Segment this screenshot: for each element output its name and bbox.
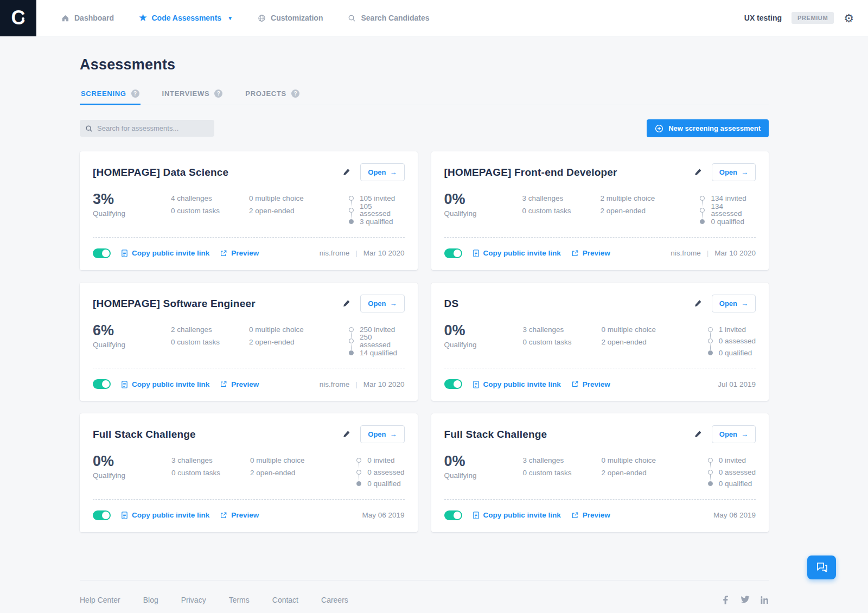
qualifying-percent: 0% — [444, 323, 523, 338]
open-button[interactable]: Open → — [712, 163, 756, 181]
copy-invite-link[interactable]: Copy public invite link — [473, 380, 561, 388]
card-header: [HOMEPAGE] Data Science Open → — [93, 163, 405, 181]
assessment-card: Full Stack Challenge Open → 0% Qualifyin… — [80, 413, 418, 532]
new-screening-assessment-button[interactable]: New screening assessment — [647, 119, 769, 137]
open-button[interactable]: Open → — [712, 295, 756, 312]
twitter-icon[interactable] — [741, 596, 750, 604]
funnel-row-qualified: 0 qualified — [700, 216, 756, 228]
assessment-card: [HOMEPAGE] Front-end Developer Open → 0%… — [431, 151, 769, 270]
card-date: Jul 01 2019 — [718, 380, 756, 388]
edit-pencil-icon[interactable] — [693, 429, 703, 439]
challenges-count: 3 challenges — [523, 454, 602, 467]
footer-link-terms[interactable]: Terms — [229, 596, 250, 604]
preview-link[interactable]: Preview — [571, 380, 610, 388]
nav-item-dashboard[interactable]: Dashboard — [61, 14, 114, 22]
open-button[interactable]: Open → — [360, 425, 404, 443]
preview-link[interactable]: Preview — [571, 249, 610, 257]
open-ended-count: 2 open-ended — [602, 336, 702, 348]
card-date: Mar 10 2020 — [363, 380, 405, 388]
footer-link-careers[interactable]: Careers — [321, 596, 348, 604]
nav-item-code-assessments[interactable]: ★ Code Assessments ▼ — [139, 14, 233, 22]
help-question-icon[interactable]: ? — [131, 90, 139, 98]
toggle-knob — [454, 380, 461, 388]
preview-link-label: Preview — [583, 380, 610, 388]
footer-link-contact[interactable]: Contact — [272, 596, 298, 604]
cards-grid: [HOMEPAGE] Data Science Open → 3% Qualif… — [80, 151, 769, 532]
questions-stat: 0 multiple choice 2 open-ended — [602, 323, 702, 348]
edit-pencil-icon[interactable] — [693, 167, 703, 177]
logo-dot — [22, 17, 24, 20]
funnel-row-assessed: 0 assessed — [356, 467, 404, 478]
card-footer: Copy public invite link Preview nis.from… — [93, 245, 405, 261]
tab-interviews[interactable]: INTERVIEWS ? — [161, 90, 224, 105]
candidate-funnel: 1 invited 0 assessed 0 qualified — [708, 323, 756, 359]
funnel-row-qualified: 14 qualified — [349, 347, 405, 359]
preview-link-label: Preview — [583, 511, 610, 519]
tab-projects[interactable]: PROJECTS ? — [244, 90, 301, 105]
nav-item-search-candidates[interactable]: Search Candidates — [348, 14, 429, 22]
search-input[interactable] — [97, 124, 209, 132]
copy-invite-link[interactable]: Copy public invite link — [473, 511, 561, 519]
preview-link[interactable]: Preview — [220, 380, 259, 388]
preview-link[interactable]: Preview — [220, 511, 259, 519]
active-toggle[interactable] — [93, 379, 111, 389]
search-icon — [85, 125, 93, 132]
open-button[interactable]: Open → — [712, 425, 756, 443]
active-toggle[interactable] — [444, 379, 462, 389]
funnel-row-assessed: 250 assessed — [349, 335, 405, 347]
active-toggle[interactable] — [444, 510, 462, 520]
social-icons — [722, 596, 769, 604]
qualified-stage-icon — [700, 219, 705, 224]
preview-link[interactable]: Preview — [220, 249, 259, 257]
multiple-choice-count: 0 multiple choice — [249, 323, 349, 336]
qualifying-percent: 0% — [93, 454, 171, 469]
copy-invite-link[interactable]: Copy public invite link — [121, 511, 209, 519]
preview-link-label: Preview — [231, 380, 259, 388]
toggle-knob — [454, 250, 461, 257]
open-button[interactable]: Open → — [360, 295, 404, 312]
edit-pencil-icon[interactable] — [341, 167, 352, 177]
app-logo[interactable]: C — [0, 0, 36, 36]
footer-link-help-center[interactable]: Help Center — [80, 596, 120, 604]
help-question-icon[interactable]: ? — [214, 90, 222, 98]
assessed-stage-icon — [700, 208, 705, 213]
copy-invite-link[interactable]: Copy public invite link — [121, 380, 209, 388]
facebook-icon[interactable] — [722, 596, 730, 604]
tab-screening[interactable]: SCREENING ? — [80, 90, 141, 105]
nav-label: Dashboard — [74, 14, 114, 22]
footer-link-blog[interactable]: Blog — [143, 596, 158, 604]
funnel-row-invited: 0 invited — [356, 455, 404, 467]
footer-link-privacy[interactable]: Privacy — [181, 596, 206, 604]
linkedin-icon[interactable] — [760, 596, 769, 604]
meta-divider: | — [355, 380, 358, 388]
open-button[interactable]: Open → — [360, 163, 404, 181]
card-actions: Open → — [693, 425, 756, 443]
edit-pencil-icon[interactable] — [341, 429, 352, 439]
chat-widget-button[interactable] — [807, 555, 836, 579]
help-question-icon[interactable]: ? — [291, 90, 299, 98]
preview-link[interactable]: Preview — [571, 511, 610, 519]
assessment-search-box[interactable] — [80, 120, 214, 137]
edit-pencil-icon[interactable] — [341, 298, 352, 309]
copy-invite-link-label: Copy public invite link — [132, 511, 209, 519]
copy-invite-link-label: Copy public invite link — [132, 380, 209, 388]
dashed-divider — [444, 237, 756, 238]
qualified-count: 0 qualified — [719, 349, 752, 357]
card-owner-wrap: nis.frome | — [320, 380, 358, 388]
questions-stat: 0 multiple choice 2 open-ended — [250, 454, 350, 479]
nav-label: Search Candidates — [361, 14, 429, 22]
active-toggle[interactable] — [444, 248, 462, 258]
open-button-label: Open — [719, 168, 737, 176]
copy-invite-link[interactable]: Copy public invite link — [473, 249, 561, 257]
card-meta: nis.frome | Mar 10 2020 — [671, 249, 756, 257]
custom-tasks-count: 0 custom tasks — [171, 467, 250, 479]
nav-item-customization[interactable]: Customization — [258, 14, 323, 22]
active-toggle[interactable] — [93, 248, 111, 258]
copy-invite-link[interactable]: Copy public invite link — [121, 249, 209, 257]
settings-gear-icon[interactable]: ⚙ — [844, 12, 854, 24]
edit-pencil-icon[interactable] — [693, 298, 703, 309]
candidate-funnel: 105 invited 105 assessed 3 qualified — [349, 192, 405, 228]
active-toggle[interactable] — [93, 510, 111, 520]
card-date: May 06 2019 — [713, 511, 756, 519]
assessed-stage-icon — [708, 470, 713, 475]
